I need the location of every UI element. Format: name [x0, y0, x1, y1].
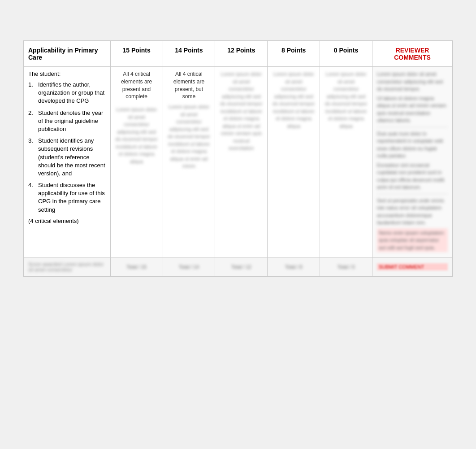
list-item-4-text: Student discusses the applicability for …: [38, 181, 106, 214]
footer-8-cell: Total / 8: [268, 258, 320, 276]
header-15-points: 15 Points: [110, 41, 163, 67]
reviewer-content: Lorem ipsum dolor sit amet consectetur a…: [377, 70, 448, 252]
footer-0-points: Total / 0: [325, 264, 368, 270]
divider: [377, 127, 448, 127]
footer-8-points: Total / 8: [272, 264, 315, 270]
list-num-4: 4.: [28, 181, 38, 214]
criteria-list: 1. Identifies the author, organization o…: [28, 81, 106, 214]
rubric-table: Applicability in Primary Care 15 Points …: [23, 41, 453, 276]
header-12-points: 12 Points: [215, 41, 268, 67]
points-8-blurred: Lorem ipsum dolor sit amet consectetur a…: [272, 70, 315, 130]
points-14-desc: All 4 critical elements are present, but…: [168, 70, 211, 100]
footer-criteria-blurred: Score awarded Lorem ipsum dolor sit amet…: [28, 262, 106, 272]
points-15-cell: All 4 critical elements are present and …: [110, 67, 163, 258]
rubric-container: Applicability in Primary Care 15 Points …: [23, 40, 453, 277]
list-item-2-text: Student denotes the year of the original…: [38, 109, 106, 134]
header-criteria: Applicability in Primary Care: [24, 41, 111, 67]
list-item-3-text: Student identifies any subsequent revisi…: [38, 137, 106, 178]
list-item: 3. Student identifies any subsequent rev…: [28, 137, 106, 178]
header-reviewer-comments: REVIEWER COMMENTS: [372, 41, 453, 67]
reviewer-blurred-block: Lorem ipsum dolor sit amet consectetur a…: [377, 70, 448, 252]
footer-12-cell: Total / 12: [215, 258, 268, 276]
footer-reviewer-cell[interactable]: SUBMIT COMMENT: [372, 258, 453, 276]
points-14-cell: All 4 critical elements are present, but…: [163, 67, 215, 258]
criteria-cell: The student: 1. Identifies the author, o…: [24, 67, 111, 258]
footer-15-points: Total / 15: [115, 264, 158, 270]
footer-14-cell: Total / 14: [163, 258, 215, 276]
criteria-subtitle: The student:: [28, 70, 106, 77]
reviewer-comments-cell: Lorem ipsum dolor sit amet consectetur a…: [372, 67, 453, 258]
criteria-note: (4 critical elements): [28, 218, 106, 224]
list-num-1: 1.: [28, 81, 38, 105]
list-item: 2. Student denotes the year of the origi…: [28, 109, 106, 134]
header-14-points: 14 Points: [163, 41, 215, 67]
divider-2: [377, 194, 448, 194]
points-12-cell: Lorem ipsum dolor sit amet consectetur a…: [215, 67, 268, 258]
submit-comment-button[interactable]: SUBMIT COMMENT: [377, 263, 448, 270]
list-item: 4. Student discusses the applicability f…: [28, 181, 106, 214]
list-num-2: 2.: [28, 109, 38, 134]
points-15-blurred: Lorem ipsum dolor sit amet consectetur a…: [115, 106, 158, 165]
footer-14-points: Total / 14: [168, 264, 211, 270]
points-15-desc: All 4 critical elements are present and …: [115, 70, 158, 100]
header-8-points: 8 Points: [268, 41, 320, 67]
footer-0-cell: Total / 0: [320, 258, 372, 276]
header-0-points: 0 Points: [320, 41, 372, 67]
footer-15-cell: Total / 15: [110, 258, 163, 276]
footer-criteria-cell: Score awarded Lorem ipsum dolor sit amet…: [24, 258, 111, 276]
points-0-blurred: Lorem ipsum dolor sit amet consectetur a…: [325, 70, 368, 130]
list-num-3: 3.: [28, 137, 38, 178]
points-8-cell: Lorem ipsum dolor sit amet consectetur a…: [268, 67, 320, 258]
list-item-1-text: Identifies the author, organization or g…: [38, 81, 106, 105]
points-0-cell: Lorem ipsum dolor sit amet consectetur a…: [320, 67, 372, 258]
footer-12-points: Total / 12: [220, 264, 263, 270]
list-item: 1. Identifies the author, organization o…: [28, 81, 106, 105]
points-14-blurred: Lorem ipsum dolor sit amet consectetur a…: [168, 103, 211, 170]
points-12-blurred: Lorem ipsum dolor sit amet consectetur a…: [220, 70, 263, 152]
